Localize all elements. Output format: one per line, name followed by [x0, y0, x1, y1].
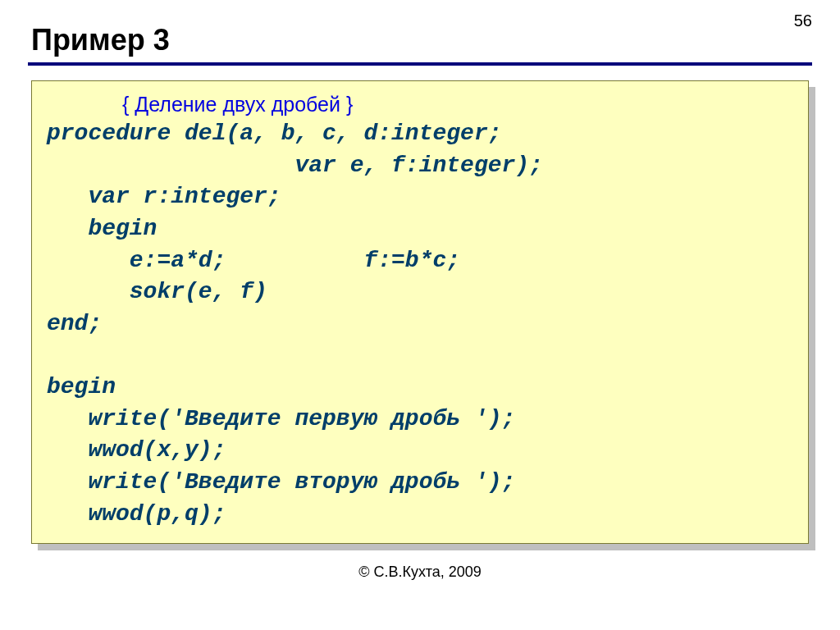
code-box: { Деление двух дробей } procedure del(a,…	[31, 80, 809, 544]
code-container: { Деление двух дробей } procedure del(a,…	[31, 80, 809, 544]
page-number: 56	[794, 11, 812, 30]
title-rule	[28, 62, 812, 66]
footer-copyright: © С.В.Кухта, 2009	[28, 564, 812, 581]
slide: 56 Пример 3 { Деление двух дробей } proc…	[0, 0, 840, 630]
code-listing: procedure del(a, b, c, d:integer; var e,…	[47, 118, 793, 530]
slide-title: Пример 3	[31, 23, 812, 57]
code-comment: { Деление двух дробей }	[122, 93, 793, 116]
